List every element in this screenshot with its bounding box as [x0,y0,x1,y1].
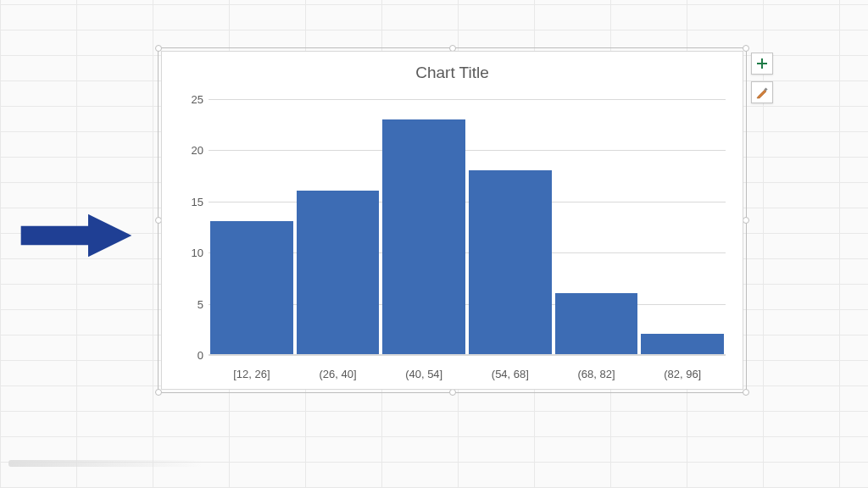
x-tick-label: (54, 68] [467,368,554,380]
histogram-bar[interactable] [382,119,465,354]
chart-box[interactable]: Chart Title 0510152025 [12, 26](26, 40](… [161,51,743,390]
gridline [209,355,726,356]
chart-styles-button[interactable] [751,81,773,103]
callout-arrow [17,210,136,261]
x-tick-label: [12, 26] [209,368,295,380]
histogram-bar[interactable] [641,334,724,354]
chart-elements-button[interactable] [751,53,773,75]
chart-title[interactable]: Chart Title [162,52,743,91]
y-tick-label: 15 [178,195,203,208]
histogram-bar[interactable] [555,293,638,354]
x-tick-label: (26, 40] [295,368,381,380]
bar-slot [639,99,726,354]
y-tick-label: 20 [178,144,203,157]
histogram-bar[interactable] [297,191,380,354]
bar-slot [209,99,295,354]
y-tick-label: 0 [178,349,203,362]
bar-slot [381,99,467,354]
bar-slot [554,99,640,354]
x-axis-labels: [12, 26](26, 40](40, 54](54, 68](68, 82]… [209,368,726,380]
x-tick-label: (40, 54] [381,368,467,380]
bar-slot [467,99,554,354]
scrollbar-hint [8,460,203,467]
histogram-bar[interactable] [210,221,293,354]
bar-slot [295,99,381,354]
y-tick-label: 25 [178,93,203,106]
x-tick-label: (82, 96] [639,368,726,380]
chart-container[interactable]: Chart Title 0510152025 [12, 26](26, 40](… [161,51,743,390]
x-tick-label: (68, 82] [554,368,640,380]
histogram-bar[interactable] [469,170,552,354]
plot-area: 0510152025 [209,99,726,355]
svg-marker-0 [21,214,132,257]
y-tick-label: 5 [178,297,203,310]
y-tick-label: 10 [178,247,203,259]
